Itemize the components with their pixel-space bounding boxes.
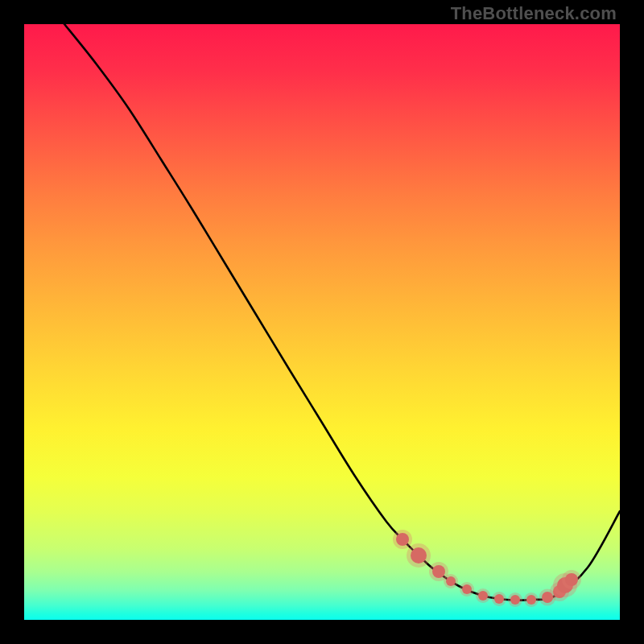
chart-frame: TheBottleneck.com (0, 0, 644, 644)
curve-marker (526, 595, 536, 605)
curve-marker (510, 595, 520, 605)
curve-marker (462, 584, 472, 594)
curve-marker (411, 547, 427, 564)
marker-group (393, 530, 581, 607)
curve-marker (446, 576, 456, 586)
curve-marker (494, 594, 504, 604)
bottleneck-curve (64, 24, 620, 601)
curve-layer (24, 24, 620, 620)
curve-marker (396, 533, 409, 546)
curve-marker (432, 565, 445, 578)
curve-marker (478, 591, 488, 601)
watermark-label: TheBottleneck.com (451, 3, 617, 24)
curve-marker (565, 573, 578, 586)
